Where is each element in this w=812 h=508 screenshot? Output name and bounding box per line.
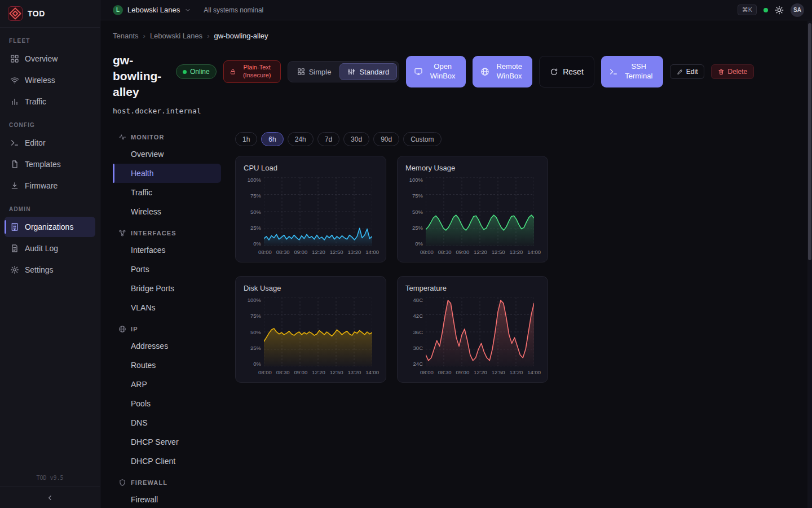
breadcrumb-item-gw-bowling-alley: gw-bowling-alley (214, 32, 268, 40)
chart-x-axis: 08:0008:3009:0012:2012:5013:2014:00 (258, 369, 379, 375)
pencil-icon (677, 68, 683, 75)
tenant-avatar: L (113, 5, 123, 15)
content-row: MONITOROverviewHealthTrafficWirelessINTE… (113, 125, 798, 508)
grid-icon (10, 54, 19, 63)
subnav-item-traffic[interactable]: Traffic (113, 183, 221, 202)
remote-winbox-button[interactable]: Remote WinBox (473, 56, 532, 87)
chart-x-axis: 08:0008:3009:0012:2012:5013:2014:00 (258, 249, 379, 255)
subnav-item-health[interactable]: Health (113, 164, 221, 183)
timerange-7d-button[interactable]: 7d (317, 132, 339, 146)
subnav-item-bridge-ports[interactable]: Bridge Ports (113, 279, 221, 298)
timerange-24h-button[interactable]: 24h (288, 132, 314, 146)
refresh-icon (550, 68, 558, 76)
tenant-switcher[interactable]: L Lebowski Lanes (113, 5, 191, 15)
chart-card-disk-usage: Disk Usage100%75%50%25%0%08:0008:3009:00… (235, 276, 386, 383)
theme-toggle-sun-icon[interactable] (775, 6, 784, 15)
app-logo-icon (8, 6, 23, 21)
breadcrumb-item-lebowski-lanes[interactable]: Lebowski Lanes (150, 32, 202, 40)
bars-icon (10, 97, 19, 106)
subnav-item-ports[interactable]: Ports (113, 260, 221, 279)
sidebar-item-organizations[interactable]: Organizations (5, 217, 95, 237)
timerange-30d-button[interactable]: 30d (343, 132, 369, 146)
status-badge-online: Online (176, 64, 217, 79)
delete-button[interactable]: Delete (711, 64, 754, 79)
charts-column: 1h6h24h7d30d90dCustom CPU Load100%75%50%… (235, 132, 548, 383)
ssh-terminal-button[interactable]: SSH Terminal (601, 56, 663, 87)
sidebar: TOD FLEETOverviewWirelessTrafficCONFIGEd… (0, 0, 100, 508)
subnav-item-overview[interactable]: Overview (113, 144, 221, 164)
header-controls: Online Plain-Text (Insecure) Simple (176, 56, 754, 87)
grid-icon (297, 68, 305, 76)
command-palette-shortcut[interactable]: ⌘K (738, 5, 757, 15)
terminal-icon (10, 138, 19, 147)
subnav-item-pools[interactable]: Pools (113, 394, 221, 413)
charts-grid: CPU Load100%75%50%25%0%08:0008:3009:0012… (235, 156, 548, 383)
sidebar-section-label: ADMIN (9, 206, 91, 212)
sidebar-item-audit-log[interactable]: Audit Log (5, 238, 95, 259)
sidebar-item-label: Traffic (25, 97, 46, 106)
subnav-item-dns[interactable]: DNS (113, 413, 221, 432)
sidebar-item-label: Editor (25, 138, 46, 147)
mode-standard-button[interactable]: Standard (339, 63, 397, 80)
reset-button[interactable]: Reset (539, 56, 594, 87)
sidebar-item-wireless[interactable]: Wireless (5, 70, 95, 90)
subnav-item-arp[interactable]: ARP (113, 375, 221, 394)
subnav-item-dhcp-server[interactable]: DHCP Server (113, 432, 221, 452)
main-content: Tenants›Lebowski Lanes›gw-bowling-alley … (100, 20, 812, 508)
globe-icon (118, 325, 126, 333)
edit-button[interactable]: Edit (670, 64, 705, 79)
sidebar-item-editor[interactable]: Editor (5, 133, 95, 153)
timerange-custom-button[interactable]: Custom (403, 132, 441, 146)
sidebar-item-templates[interactable]: Templates (5, 154, 95, 174)
chart-y-axis: 48C42C36C30C24C (405, 297, 426, 366)
subnav-item-vlans[interactable]: VLANs (113, 298, 221, 317)
health-status-dot (764, 8, 768, 12)
subnav-item-addresses[interactable]: Addresses (113, 336, 221, 356)
sidebar-section-label: CONFIG (9, 122, 91, 128)
scrollbar-track[interactable] (807, 21, 812, 508)
subnav-section-ip: IP (118, 325, 221, 333)
timerange-1h-button[interactable]: 1h (235, 132, 257, 146)
building-icon (10, 222, 19, 231)
chart-y-axis: 100%75%50%25%0% (405, 177, 426, 246)
app-root: TOD FLEETOverviewWirelessTrafficCONFIGEd… (0, 0, 812, 508)
chart-card-memory-usage: Memory Usage100%75%50%25%0%08:0008:3009:… (397, 156, 548, 262)
scrollbar-thumb[interactable] (808, 23, 811, 260)
timerange-90d-button[interactable]: 90d (373, 132, 399, 146)
chart-title: Temperature (405, 284, 540, 292)
open-winbox-button[interactable]: Open WinBox (406, 56, 466, 87)
nodes-icon (118, 229, 126, 237)
chart-y-axis: 100%75%50%25%0% (244, 297, 264, 366)
user-avatar[interactable]: SA (791, 3, 804, 17)
chart-title: CPU Load (244, 164, 378, 172)
pulse-icon (118, 133, 126, 141)
mode-simple-button[interactable]: Simple (290, 63, 339, 80)
chevron-left-icon (46, 494, 54, 502)
breadcrumb-separator: › (143, 32, 145, 40)
sidebar-item-label: Firmware (25, 181, 58, 190)
sliders-icon (347, 68, 355, 76)
topbar: L Lebowski Lanes All systems nominal ⌘K … (100, 0, 812, 20)
chart-card-temperature: Temperature48C42C36C30C24C08:0008:3009:0… (397, 276, 548, 383)
subnav-item-firewall[interactable]: Firewall (113, 490, 221, 508)
sidebar-item-settings[interactable]: Settings (5, 260, 95, 280)
subnav-section-firewall: FIREWALL (118, 479, 221, 487)
sidebar-item-label: Templates (25, 160, 61, 169)
timerange-6h-button[interactable]: 6h (261, 132, 283, 146)
subnav-item-dhcp-client[interactable]: DHCP Client (113, 452, 221, 471)
subnav-item-interfaces[interactable]: Interfaces (113, 240, 221, 260)
chevron-down-icon (184, 7, 191, 14)
chart-y-axis: 100%75%50%25%0% (244, 177, 264, 246)
sidebar-item-firmware[interactable]: Firmware (5, 176, 95, 196)
sidebar-item-overview[interactable]: Overview (5, 49, 95, 69)
sidebar-collapse-button[interactable] (0, 487, 100, 508)
breadcrumb-item-tenants[interactable]: Tenants (113, 32, 139, 40)
subnav-item-wireless[interactable]: Wireless (113, 202, 221, 221)
subnav-item-routes[interactable]: Routes (113, 356, 221, 375)
shield-icon (118, 479, 126, 487)
sidebar-item-label: Wireless (25, 76, 55, 85)
device-host: host.docker.internal (113, 107, 201, 115)
app-version: TOD v9.5 (0, 470, 100, 487)
sidebar-item-traffic[interactable]: Traffic (5, 91, 95, 112)
time-range-selector: 1h6h24h7d30d90dCustom (235, 132, 548, 146)
